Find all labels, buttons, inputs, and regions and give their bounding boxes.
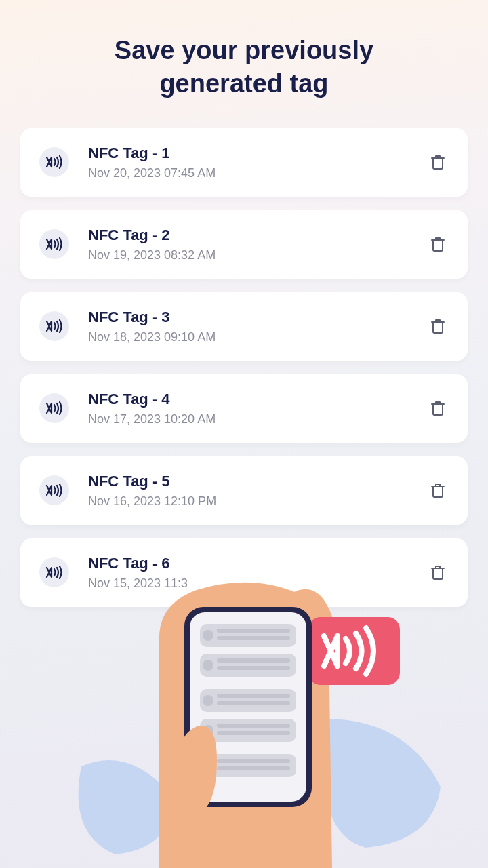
svg-rect-9 xyxy=(217,629,290,633)
svg-rect-1 xyxy=(184,607,312,807)
svg-rect-13 xyxy=(217,666,290,670)
delete-button[interactable] xyxy=(427,315,449,337)
svg-rect-3 xyxy=(200,624,296,647)
delete-button[interactable] xyxy=(427,233,449,255)
tag-date: Nov 15, 2023 11:3 xyxy=(88,576,427,591)
tag-card[interactable]: NFC Tag - 1 Nov 20, 2023 07:45 AM xyxy=(20,128,468,197)
delete-button[interactable] xyxy=(427,479,449,501)
tag-date: Nov 17, 2023 10:20 AM xyxy=(88,412,427,427)
tag-list: NFC Tag - 1 Nov 20, 2023 07:45 AM NFC Ta… xyxy=(0,128,488,607)
tag-card[interactable]: NFC Tag - 5 Nov 16, 2023 12:10 PM xyxy=(20,456,468,525)
svg-point-8 xyxy=(203,630,214,641)
trash-icon xyxy=(430,236,445,252)
tag-info: NFC Tag - 2 Nov 19, 2023 08:32 AM xyxy=(88,226,427,262)
nfc-icon xyxy=(39,147,69,177)
svg-point-20 xyxy=(203,760,214,771)
tag-date: Nov 19, 2023 08:32 AM xyxy=(88,248,427,262)
svg-point-17 xyxy=(203,725,214,736)
delete-button[interactable] xyxy=(427,397,449,419)
tag-card[interactable]: NFC Tag - 6 Nov 15, 2023 11:3 xyxy=(20,538,468,607)
tag-date: Nov 18, 2023 09:10 AM xyxy=(88,330,427,344)
trash-icon xyxy=(430,564,445,580)
svg-rect-10 xyxy=(217,636,290,640)
tag-date: Nov 16, 2023 12:10 PM xyxy=(88,494,427,509)
svg-rect-18 xyxy=(217,724,290,728)
svg-rect-16 xyxy=(217,701,290,705)
svg-rect-2 xyxy=(190,612,306,802)
nfc-icon xyxy=(39,475,69,505)
trash-icon xyxy=(430,482,445,498)
trash-icon xyxy=(430,318,445,334)
tag-info: NFC Tag - 4 Nov 17, 2023 10:20 AM xyxy=(88,391,427,427)
tag-info: NFC Tag - 1 Nov 20, 2023 07:45 AM xyxy=(88,144,427,180)
tag-card[interactable]: NFC Tag - 4 Nov 17, 2023 10:20 AM xyxy=(20,374,468,443)
svg-rect-15 xyxy=(217,694,290,698)
tag-card[interactable]: NFC Tag - 3 Nov 18, 2023 09:10 AM xyxy=(20,292,468,361)
svg-rect-21 xyxy=(217,759,290,763)
svg-rect-5 xyxy=(200,689,296,712)
svg-rect-0 xyxy=(308,617,400,685)
tag-name: NFC Tag - 3 xyxy=(88,309,427,326)
svg-point-11 xyxy=(203,660,214,671)
tag-date: Nov 20, 2023 07:45 AM xyxy=(88,166,427,180)
page-title: Save your previously generated tag xyxy=(0,34,488,101)
trash-icon xyxy=(430,400,445,416)
svg-rect-22 xyxy=(217,766,290,770)
tag-info: NFC Tag - 3 Nov 18, 2023 09:10 AM xyxy=(88,309,427,344)
delete-button[interactable] xyxy=(427,151,449,173)
nfc-icon xyxy=(39,311,69,341)
tag-info: NFC Tag - 6 Nov 15, 2023 11:3 xyxy=(88,555,427,591)
nfc-icon xyxy=(39,393,69,423)
delete-button[interactable] xyxy=(427,561,449,583)
svg-rect-7 xyxy=(200,754,296,777)
svg-rect-19 xyxy=(217,731,290,735)
svg-rect-12 xyxy=(217,658,290,663)
tag-name: NFC Tag - 5 xyxy=(88,473,427,490)
tag-card[interactable]: NFC Tag - 2 Nov 19, 2023 08:32 AM xyxy=(20,210,468,279)
tag-name: NFC Tag - 6 xyxy=(88,555,427,572)
tag-info: NFC Tag - 5 Nov 16, 2023 12:10 PM xyxy=(88,473,427,509)
svg-rect-6 xyxy=(200,719,296,742)
tag-name: NFC Tag - 4 xyxy=(88,391,427,408)
nfc-icon xyxy=(39,557,69,587)
svg-point-14 xyxy=(203,695,214,706)
tag-name: NFC Tag - 1 xyxy=(88,144,427,162)
nfc-icon xyxy=(39,229,69,259)
tag-name: NFC Tag - 2 xyxy=(88,226,427,244)
svg-rect-4 xyxy=(200,654,296,677)
trash-icon xyxy=(430,154,445,170)
